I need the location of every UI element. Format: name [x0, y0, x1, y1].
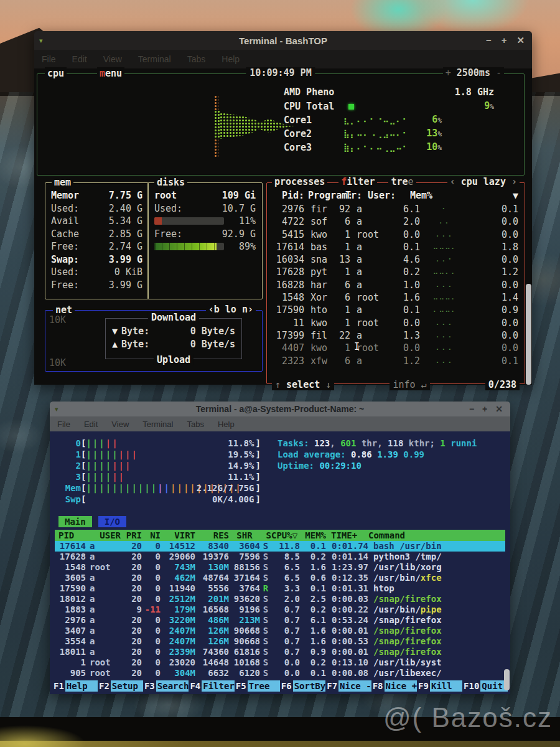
process-cpu-graph: ⠄⠄⠄ [420, 329, 470, 342]
process-row[interactable]: 1548 Xor 6 root 1.6 ⠤⠤⠤⠄ 1.4 [273, 291, 518, 304]
htop-process-row[interactable]: 3605 a 20 0 462M 48764 37164 S 6.5 0.6 0… [55, 573, 505, 583]
menu-item[interactable]: View [111, 420, 129, 429]
shr-cell: 61816 [229, 647, 260, 657]
htop-process-row[interactable]: 1883 a 9 -11 179M 16568 9196 S 0.7 0.2 0… [55, 604, 505, 615]
menu-item[interactable]: Edit [84, 420, 98, 429]
window-menu-icon[interactable]: ▾ [55, 405, 58, 413]
htop-process-row[interactable]: 3554 a 20 0 2407M 126M 90668 S 0.7 1.6 0… [55, 636, 505, 647]
column-header[interactable]: USER [86, 530, 121, 541]
menu-item[interactable]: File [42, 54, 56, 64]
column-header[interactable]: TIME+ [326, 530, 368, 541]
column-header[interactable]: SHR [229, 530, 260, 541]
process-row[interactable]: 17399 fil 22 a 1.3 ⠄⠄⠄ 0.0 [273, 329, 518, 342]
column-header[interactable]: MEM% [300, 530, 326, 541]
tree-button[interactable]: tree [388, 176, 416, 187]
column-header[interactable]: PID [55, 530, 86, 541]
scrollbar[interactable] [526, 284, 531, 385]
column-header[interactable]: NI [142, 530, 161, 541]
sort-prev-icon[interactable]: ‹ [450, 176, 461, 187]
interval-plus-icon[interactable]: + [446, 67, 451, 78]
htop-process-row[interactable]: 905 root 20 0 304M 6632 6120 S 0.0 0.1 0… [55, 668, 505, 679]
menu-item[interactable]: Edit [72, 54, 87, 64]
cpu-box-label[interactable]: cpu [45, 67, 67, 80]
htop-process-row[interactable]: 18012 a 20 0 2512M 201M 93620 S 2.0 2.5 … [55, 594, 505, 604]
process-row[interactable]: 4722 sof 6 a 2.0 ⠄⠄ 0.0 [273, 215, 518, 228]
screen-tab[interactable]: Main [58, 516, 92, 527]
menu-item[interactable]: Help [222, 54, 240, 64]
process-row[interactable]: 17628 pyt 1 a 0.2 ⠤⠤⠄⠄ 1.2 [273, 266, 518, 278]
disks-box-label[interactable]: disks [154, 176, 187, 189]
function-key[interactable]: F6 SortBy [280, 680, 325, 692]
menu-button[interactable]: menu [97, 67, 124, 80]
menu-item[interactable]: Help [218, 420, 235, 429]
htop-process-row[interactable]: 18011 a 20 0 2339M 74360 61816 S 0.7 0.9… [55, 647, 505, 657]
maximize-button[interactable]: + [482, 404, 487, 414]
htop-process-row[interactable]: 17590 a 20 0 11940 5556 3764 R 3.3 0.1 0… [55, 583, 505, 594]
filter-button[interactable]: filter [338, 176, 377, 187]
close-button[interactable]: ✕ [516, 35, 525, 46]
function-key[interactable]: F9 Kill [417, 680, 462, 692]
function-key[interactable]: F5 Tree [235, 680, 280, 692]
function-key[interactable]: F4 Filter [189, 680, 234, 692]
processes-box-label[interactable]: processes [272, 176, 327, 187]
column-header[interactable]: VIRT [161, 530, 195, 541]
process-mem: 0.1 [383, 304, 420, 316]
function-key[interactable]: F10 Quit [462, 680, 508, 692]
scrollbar[interactable] [504, 669, 510, 690]
info-hint[interactable]: info ↵ [390, 379, 429, 390]
column-header[interactable]: PRI [121, 530, 142, 541]
process-row[interactable]: 16828 har 6 a 1.0 ⠄⠄⠄ 0.0 [273, 279, 518, 291]
menu-item[interactable]: Tabs [187, 54, 206, 64]
process-row[interactable]: 11 kwo 1 root 0.0 ⠄⠄⠄ 0.0 [273, 317, 518, 329]
window-menu-icon[interactable]: ▾ [39, 37, 43, 45]
process-row[interactable]: 17590 hto 1 a 0.1 ⠄⠤⠤⠄ 0.9 [273, 304, 518, 316]
htop-process-row[interactable]: 1 root 20 0 23020 14648 10168 S 0.0 0.2 … [55, 657, 505, 668]
function-key[interactable]: F3 Search [143, 680, 189, 692]
select-hint[interactable]: ↑ select ↓ [272, 379, 334, 390]
column-header[interactable]: S [260, 530, 271, 541]
menu-item[interactable]: Terminal [142, 420, 173, 429]
function-key[interactable]: F8 Nice + [371, 680, 417, 692]
function-key[interactable]: F1 Help [52, 680, 98, 692]
process-row[interactable]: 5415 kwo 1 root 0.0 ⠄⠄⠄ 0.0 [273, 228, 518, 241]
menu-item[interactable]: View [103, 54, 122, 64]
disk-name-row: root 109 Gi [154, 189, 256, 202]
process-row[interactable]: 16034 sna 13 a 4.6 ⠄⠄⠂ 0.0 [273, 253, 518, 266]
process-row[interactable]: 2976 fir 92 a 6.1 ⠂ 0.1 [273, 203, 518, 215]
shr-cell: 7596 [229, 552, 260, 562]
htop-process-row[interactable]: 1548 root 20 0 743M 130M 88156 S 6.5 1.6… [55, 562, 505, 573]
cpu-box: cpu menu 10:09:49 PM + 2500ms - AMD Phen… [37, 73, 525, 176]
htop-process-row[interactable]: 17628 a 20 0 29060 19376 7596 S 8.5 0.2 … [55, 552, 505, 562]
maximize-button[interactable]: + [502, 35, 507, 46]
bashtop-titlebar[interactable]: ▾ Terminal - BashTOP − + ✕ [34, 31, 532, 50]
command-cell: bash /usr/bin [368, 541, 505, 552]
htop-process-row[interactable]: 2976 a 20 0 3220M 486M 213M S 0.7 6.1 0:… [55, 615, 505, 626]
memory-box-label[interactable]: mem [52, 176, 73, 189]
network-interface-selector[interactable]: ‹b lo n› [206, 304, 256, 315]
column-header[interactable]: Command [368, 530, 505, 541]
screen-tab[interactable]: I/O [98, 516, 126, 527]
htop-titlebar[interactable]: ▾ Terminal - a@a-System-Product-Name: ~ … [50, 402, 510, 416]
process-row[interactable]: 2323 xfw 6 a 1.2 ⠄⠄⠄ 0.1 [273, 355, 518, 367]
function-key[interactable]: F2 Setup [98, 680, 143, 692]
command-cell: /usr/bin/xfce [368, 573, 505, 583]
menu-item[interactable]: Terminal [138, 54, 171, 64]
minimize-button[interactable]: − [469, 404, 474, 414]
function-key[interactable]: F7 Nice - [325, 680, 371, 692]
process-cpu: 0.0 [470, 279, 518, 291]
process-row[interactable]: 4407 kwo 1 root 0.0 ⠄⠄⠄ 0.0 [273, 342, 518, 354]
menu-item[interactable]: Tabs [187, 420, 203, 429]
htop-process-row[interactable]: 3407 a 20 0 2407M 126M 90668 S 0.7 1.6 0… [55, 626, 505, 636]
minimize-button[interactable]: − [486, 35, 492, 46]
htop-process-row[interactable]: 17614 a 20 0 14512 8340 3604 S 11.8 0.1 … [55, 541, 505, 552]
close-button[interactable]: ✕ [495, 404, 503, 414]
disk-free-bar-row: 89% [154, 240, 256, 253]
sort-next-icon[interactable]: › [506, 176, 517, 187]
sort-mode-selector[interactable]: ‹ cpu lazy › [447, 176, 520, 187]
update-interval[interactable]: + 2500ms - [443, 67, 504, 78]
column-header[interactable]: RES [195, 530, 229, 541]
column-header[interactable]: CPU%▽ [271, 530, 300, 541]
interval-minus-icon[interactable]: - [496, 67, 502, 78]
menu-item[interactable]: File [57, 420, 70, 429]
process-row[interactable]: 17614 bas 1 a 0.1 ⠤⠤⠤⠄ 1.8 [273, 241, 518, 253]
